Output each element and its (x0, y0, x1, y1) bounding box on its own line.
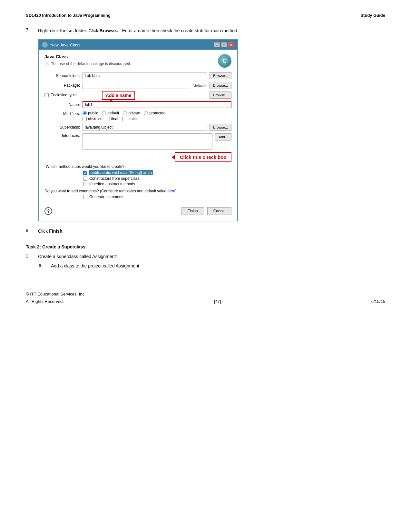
titlebar-controls[interactable]: – □ ✕ (214, 42, 234, 47)
source-folder-row: Source folder: Browse... (44, 72, 231, 79)
dialog-title: New Java Class (50, 43, 80, 47)
radio-default-label: default (107, 111, 119, 115)
step-7-bold: Browse... (100, 28, 120, 33)
check-static-label: static (128, 117, 137, 121)
stub-constructors-checkbox[interactable] (83, 177, 87, 181)
modifiers-label: Modifiers: (44, 111, 80, 116)
task-2-step-1a: a. Add a class to the project called Ass… (39, 263, 385, 269)
task-2-step-1a-text: Add a class to the project called Assign… (51, 263, 141, 269)
comments-question-before: Do you want to add comments? (Configure … (44, 189, 168, 193)
name-row: Name: Add a name (44, 101, 231, 108)
generate-comments-checkbox[interactable] (83, 195, 87, 199)
method-stubs-question: Which method stubs would you like to cre… (46, 164, 231, 169)
task-2-step-1: 1. Create a superclass called Assignment… (26, 253, 385, 260)
all-rights: All Rights Reserved. (26, 299, 64, 304)
page-header: SD1420 Introduction to Java Programming … (26, 13, 385, 18)
step-7-number: 7. (26, 27, 35, 34)
step-8-text: Click Finish. (38, 228, 64, 235)
date: 6/15/15 (371, 299, 385, 304)
enclosing-type-checkbox[interactable] (44, 93, 49, 97)
titlebar-left: New Java Class (42, 42, 80, 48)
comments-question-after: ) (175, 189, 177, 193)
add-name-tooltip: Add a name (102, 91, 135, 100)
package-row: Package: (default) Browse... (44, 82, 231, 89)
modifiers-options: public default private protected (83, 111, 165, 121)
radio-default[interactable]: default (102, 111, 119, 115)
package-default-text: (default) (193, 83, 206, 87)
package-label: Package: (44, 83, 80, 88)
check-abstract[interactable]: abstract (83, 117, 102, 121)
task-2-title: Task 2: Create a Superclass. (26, 244, 385, 249)
dialog-body: Java Class ⚠ The use of the default pack… (39, 50, 237, 221)
stub-inherited-checkbox[interactable] (83, 182, 87, 186)
radio-protected[interactable]: protected (144, 111, 165, 115)
modifiers-row: Modifiers: public default private (44, 111, 231, 121)
step-8-number: 8. (26, 228, 35, 235)
task-2-step-1a-letter: a. (39, 263, 48, 269)
callout-arrow (171, 155, 175, 160)
generate-comments-item[interactable]: Generate comments (83, 195, 231, 199)
help-button[interactable]: ? (44, 207, 52, 215)
method-stubs-options: public static void main(String[] args) C… (83, 170, 231, 186)
callout-area: Click this check box (44, 152, 231, 162)
package-input[interactable] (83, 82, 190, 89)
stub-inherited-label: Inherited abstract methods (89, 182, 135, 186)
warning-icon: ⚠ (44, 61, 49, 67)
stub-main-checkbox[interactable] (83, 171, 87, 175)
warning-text: The use of the default package is discou… (51, 62, 131, 66)
stub-main-label: public static void main(String[] args) (89, 170, 153, 175)
close-button[interactable]: ✕ (228, 42, 234, 47)
name-input[interactable] (83, 101, 231, 108)
footer-buttons: Finish Cancel (181, 207, 231, 215)
step-8: 8. Click Finish. (26, 228, 385, 235)
stub-constructors-label: Constructors from superclass (89, 176, 140, 181)
superclass-browse-button[interactable]: Browse... (210, 124, 231, 131)
method-stubs-section: Which method stubs would you like to cre… (44, 164, 231, 186)
check-final-label: final (111, 117, 118, 121)
interfaces-label: Interfaces: (44, 133, 80, 138)
source-folder-input[interactable] (83, 72, 207, 79)
superclass-label: Superclass: (44, 125, 80, 130)
interfaces-add-button[interactable]: Add... (215, 133, 231, 140)
radio-private-label: private (128, 111, 140, 115)
dialog-titlebar-icon (42, 42, 48, 48)
step-8-after: . (62, 228, 64, 234)
cancel-button[interactable]: Cancel (207, 207, 231, 215)
source-folder-browse-button[interactable]: Browse... (210, 72, 231, 79)
radio-private[interactable]: private (123, 111, 140, 115)
name-field-wrapper: Add a name (83, 101, 231, 108)
finish-button[interactable]: Finish (181, 207, 204, 215)
dialog-footer: ? Finish Cancel (44, 204, 231, 216)
comments-section: Do you want to add comments? (Configure … (44, 189, 231, 199)
comments-link[interactable]: here (168, 189, 175, 193)
source-folder-label: Source folder: (44, 73, 80, 78)
modifiers-line-2: abstract final static (83, 117, 165, 121)
superclass-input[interactable] (83, 124, 207, 131)
name-label: Name: (44, 102, 80, 107)
maximize-button[interactable]: □ (221, 42, 227, 47)
task-2: Task 2: Create a Superclass. 1. Create a… (26, 244, 385, 269)
superclass-row: Superclass: Browse... (44, 124, 231, 131)
course-title: SD1420 Introduction to Java Programming (26, 13, 111, 18)
check-static[interactable]: static (122, 117, 137, 121)
guide-title: Study Guide (360, 13, 385, 18)
package-browse-button[interactable]: Browse... (210, 82, 231, 89)
minimize-button[interactable]: – (214, 42, 220, 47)
step-8-bold: Finish (49, 228, 62, 234)
stub-main-item: public static void main(String[] args) (83, 170, 231, 175)
stub-inherited-item: Inherited abstract methods (83, 182, 231, 186)
radio-protected-label: protected (149, 111, 165, 115)
interfaces-box (83, 133, 212, 150)
java-class-header: Java Class ⚠ The use of the default pack… (44, 54, 231, 68)
callout-text: Click this check box (180, 154, 226, 160)
enclosing-type-label: Enclosing type: (51, 93, 77, 97)
comments-options: Generate comments (83, 195, 231, 199)
java-class-title: Java Class (44, 54, 131, 59)
warning-message: ⚠ The use of the default package is disc… (44, 61, 131, 67)
page-number: [47] (214, 299, 221, 304)
check-final[interactable]: final (106, 117, 118, 121)
radio-public-label: public (88, 111, 98, 115)
radio-public[interactable]: public (83, 111, 98, 115)
generate-comments-label: Generate comments (89, 195, 124, 199)
enclosing-type-browse-button[interactable]: Browse... (210, 92, 231, 99)
